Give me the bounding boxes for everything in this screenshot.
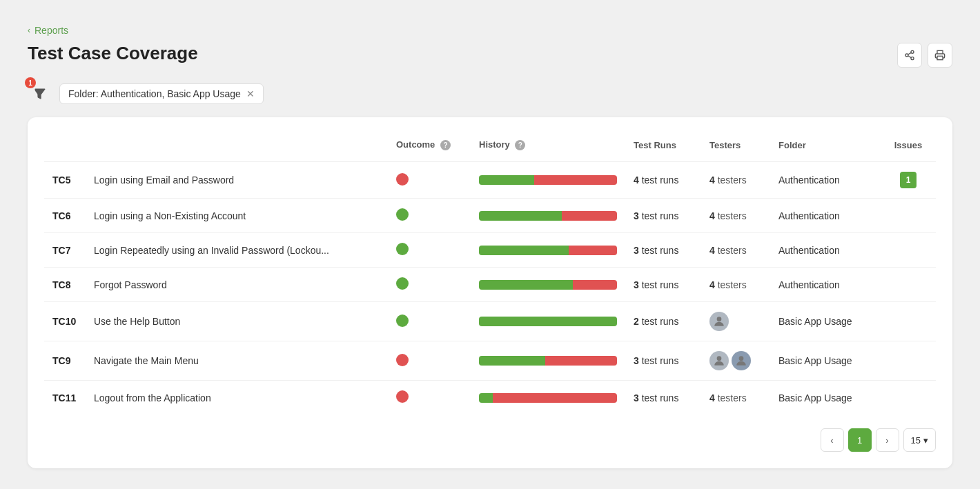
tc-testruns-cell: 3 test runs — [625, 268, 701, 302]
tc-id-cell: TC10 — [44, 302, 86, 341]
chevron-down-icon: ▾ — [923, 435, 928, 446]
tc-name-cell[interactable]: Navigate the Main Menu — [86, 341, 388, 381]
tc-issues-cell — [881, 233, 936, 268]
filter-tag: Folder: Authentication, Basic App Usage … — [59, 83, 264, 104]
tc-name-cell[interactable]: Use the Help Button — [86, 302, 388, 341]
funnel-icon — [33, 87, 47, 101]
testers-avatars — [709, 351, 762, 370]
print-button[interactable] — [928, 43, 952, 68]
outcome-help-icon[interactable]: ? — [440, 140, 451, 150]
col-header-folder: Folder — [770, 134, 881, 162]
tc-testruns-cell: 4 test runs — [625, 162, 701, 199]
breadcrumb[interactable]: ‹ Reports — [28, 25, 952, 36]
tc-issues-cell — [881, 381, 936, 415]
breadcrumb-label: Reports — [35, 25, 68, 36]
bar-green — [479, 317, 617, 326]
tc-issues-cell — [881, 268, 936, 302]
next-page-button[interactable]: › — [876, 428, 899, 452]
tc-history-cell — [471, 162, 625, 199]
history-help-icon[interactable]: ? — [515, 140, 525, 150]
tc-outcome-cell — [388, 199, 471, 233]
svg-point-8 — [739, 356, 744, 361]
filter-tag-close[interactable]: ✕ — [246, 88, 255, 99]
history-bar — [479, 356, 617, 366]
print-icon — [934, 50, 945, 61]
tc-folder-cell: Authentication — [770, 199, 881, 233]
table-row: TC5Login using Email and Password4 test … — [44, 162, 936, 199]
outcome-dot — [396, 315, 409, 327]
tc-testruns-cell: 3 test runs — [625, 341, 701, 381]
header-actions — [897, 43, 952, 68]
share-button[interactable] — [897, 43, 922, 68]
tc-name-cell[interactable]: Login using a Non-Existing Account — [86, 199, 388, 233]
table-row: TC8Forgot Password3 test runs4 testersAu… — [44, 268, 936, 302]
tc-outcome-cell — [388, 381, 471, 415]
prev-page-button[interactable]: ‹ — [821, 428, 844, 452]
tc-id-cell: TC5 — [44, 162, 86, 199]
tc-testers-cell: 4 testers — [701, 268, 770, 302]
table-row: TC6Login using a Non-Existing Account3 t… — [44, 199, 936, 233]
page-1-button[interactable]: 1 — [848, 428, 872, 452]
bar-red — [534, 175, 617, 185]
avatar — [732, 351, 751, 370]
tc-testruns-cell: 3 test runs — [625, 233, 701, 268]
pagination: ‹ 1 › 15 ▾ — [44, 428, 936, 452]
tc-name-cell[interactable]: Logout from the Application — [86, 381, 388, 415]
tc-name-cell[interactable]: Forgot Password — [86, 268, 388, 302]
table-row: TC7Login Repeatedly using an Invalid Pas… — [44, 233, 936, 268]
testers-avatars — [709, 312, 762, 331]
tc-outcome-cell — [388, 302, 471, 341]
page-size-value: 15 — [911, 435, 921, 446]
history-bar — [479, 280, 617, 290]
history-bar — [479, 317, 617, 326]
tc-id-cell: TC7 — [44, 233, 86, 268]
tc-outcome-cell — [388, 233, 471, 268]
col-header-outcome: Outcome ? — [388, 134, 471, 162]
filter-bar: 1 Folder: Authentication, Basic App Usag… — [28, 81, 952, 106]
table-row: TC9Navigate the Main Menu3 test runsBasi… — [44, 341, 936, 381]
tc-testers-cell — [701, 341, 770, 381]
page-size-select[interactable]: 15 ▾ — [903, 428, 936, 452]
tc-history-cell — [471, 302, 625, 341]
bar-green — [479, 175, 534, 185]
tc-outcome-cell — [388, 341, 471, 381]
tc-folder-cell: Authentication — [770, 233, 881, 268]
outcome-dot — [396, 354, 409, 366]
bar-green — [479, 280, 573, 290]
page-title: Test Case Coverage — [28, 43, 198, 64]
tc-testers-cell: 4 testers — [701, 199, 770, 233]
table-row: TC10Use the Help Button2 test runsBasic … — [44, 302, 936, 341]
tc-id-cell: TC8 — [44, 268, 86, 302]
outcome-dot — [396, 390, 409, 403]
filter-icon-wrapper[interactable]: 1 — [28, 81, 52, 106]
svg-line-4 — [908, 52, 912, 54]
tc-issues-cell — [881, 302, 936, 341]
tc-testers-cell: 4 testers — [701, 162, 770, 199]
tc-folder-cell: Basic App Usage — [770, 381, 881, 415]
tc-name-cell[interactable]: Login Repeatedly using an Invalid Passwo… — [86, 233, 388, 268]
outcome-dot — [396, 277, 409, 290]
tc-history-cell — [471, 341, 625, 381]
issue-badge[interactable]: 1 — [900, 172, 917, 188]
outcome-dot — [396, 243, 409, 255]
tc-testers-cell: 4 testers — [701, 233, 770, 268]
bar-red — [545, 356, 617, 366]
bar-red — [562, 211, 617, 221]
bar-green — [479, 393, 493, 403]
history-bar — [479, 246, 617, 255]
tc-testruns-cell: 3 test runs — [625, 381, 701, 415]
table-row: TC11Logout from the Application3 test ru… — [44, 381, 936, 415]
svg-point-6 — [717, 317, 722, 321]
tc-issues-cell — [881, 341, 936, 381]
bar-green — [479, 356, 545, 366]
test-cases-table: Outcome ? History ? Test Runs Testers Fo… — [44, 134, 936, 415]
col-header-id — [44, 134, 86, 162]
tc-testruns-cell: 2 test runs — [625, 302, 701, 341]
tc-history-cell — [471, 268, 625, 302]
col-header-testers: Testers — [701, 134, 770, 162]
bar-red — [573, 280, 617, 290]
avatar — [709, 312, 729, 331]
main-card: Outcome ? History ? Test Runs Testers Fo… — [28, 117, 952, 468]
tc-name-cell[interactable]: Login using Email and Password — [86, 162, 388, 199]
tc-issues-cell: 1 — [881, 162, 936, 199]
